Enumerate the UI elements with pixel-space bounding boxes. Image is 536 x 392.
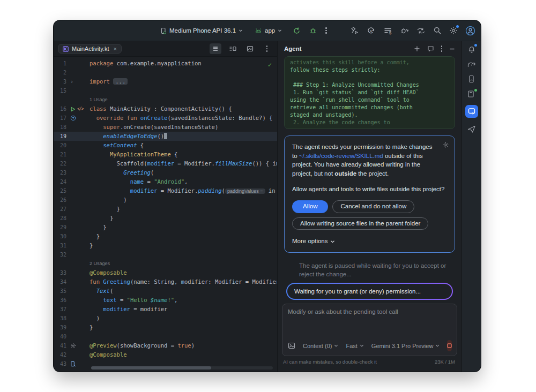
hide-panel-button[interactable] [449,46,455,52]
code-line[interactable]: 1package com.example.myapplication [54,59,277,68]
split-view-toggle[interactable] [227,43,239,54]
allow-button[interactable]: Allow [292,200,328,213]
tab-mainactivity[interactable]: MainActivity.kt × [58,44,122,54]
more-actions-button[interactable] [325,27,327,34]
prompt-composer[interactable]: Modify or ask about the pending tool cal… [282,304,457,356]
code-line[interactable]: 22 Scaffold(modifier = Modifier.fillMaxS… [54,159,277,168]
prompt-input[interactable]: Modify or ask about the pending tool cal… [288,308,451,315]
horizontal-scrollbar[interactable] [91,366,273,370]
code-editor[interactable]: 1package com.example.myapplication23›imp… [54,57,277,372]
debug-button[interactable] [309,27,317,34]
speed-mode-dropdown[interactable]: Fast [346,343,363,349]
kotlin-file-icon [63,46,69,52]
code-line[interactable]: 29 } [54,223,277,232]
profile-avatar-button[interactable] [465,26,475,36]
more-options-button[interactable]: More options [292,237,447,246]
device-mirroring-button[interactable] [416,26,426,35]
code-line[interactable]: 16</>class MainActivity : ComponentActiv… [54,104,277,114]
gradle-button[interactable] [467,61,476,68]
apply-changes-restart-button[interactable]: A [367,26,376,35]
compose-gutter-icon: </> [77,104,83,114]
code-line[interactable]: 36 text = "Hello $name!", [54,296,277,305]
run-preview-gutter-icon [70,361,76,367]
code-line[interactable]: 2 [54,68,277,77]
chat-history-button[interactable] [427,46,434,52]
more-options-label: More options [292,237,327,246]
permission-settings-icon[interactable] [442,141,449,148]
model-selector-dropdown[interactable]: Gemini 3.1 Pro Preview [371,343,440,349]
code-line[interactable]: 31} [54,241,277,250]
code-line[interactable]: 15 [54,86,277,95]
code-line[interactable]: 34fun Greeting(name: String, modifier: M… [54,277,277,287]
speed-label: Fast [346,343,357,349]
running-devices-button[interactable] [467,75,475,83]
code-line[interactable]: 40 [54,332,277,341]
tab-close-icon[interactable]: × [113,46,116,52]
code-line[interactable]: 27 } [54,205,277,214]
tab-title: MainActivity.kt [72,46,109,52]
apply-code-changes-button[interactable] [400,26,409,35]
code-line[interactable]: 3›import ... [54,77,277,86]
code-line[interactable]: 20 setContent { [54,141,277,150]
code-line[interactable]: 35 Text( [54,287,277,296]
search-everywhere-button[interactable] [433,26,442,35]
send-to-device-button[interactable] [467,125,476,133]
run-configuration-selector[interactable]: app [255,27,282,34]
run-config-label: app [265,27,275,34]
android-icon [255,27,262,34]
code-line[interactable]: 19 enableEdgeToEdge() [54,132,277,141]
code-line[interactable]: 21 MyApplicationTheme { [54,150,277,159]
attach-image-button[interactable] [288,342,295,349]
build-run-button[interactable] [350,26,359,35]
scrollbar-thumb[interactable] [91,366,211,370]
code-line[interactable]: 18 super.onCreate(savedInstanceState) [54,123,277,132]
device-online-dot [474,89,477,92]
code-line[interactable]: 30 } [54,232,277,241]
skill-file-link[interactable]: ~/.skills/code-review/SKILL.md [299,153,383,159]
usage-hint-row[interactable]: 2 Usages [54,259,277,268]
new-chat-button[interactable] [414,46,420,52]
settings-button[interactable] [449,26,458,35]
context-dropdown[interactable]: Context (0) [303,343,338,349]
code-line[interactable]: 32 [54,250,277,259]
code-line[interactable]: 42@Composable [54,350,277,359]
chevron-down-icon [435,344,440,348]
code-line[interactable]: 39} [54,323,277,332]
design-view-toggle[interactable] [244,43,256,54]
code-line[interactable]: 41@Preview(showBackground = true) [54,341,277,350]
device-selector-label: Medium Phone API 36.1 [169,27,236,34]
stop-generation-button[interactable] [447,340,452,351]
device-selector[interactable]: Medium Phone API 36.1 [160,27,243,34]
notifications-button[interactable] [467,45,476,54]
skill-instruction-line: ### Step 1: Analyze Uncommitted Changes [290,81,449,89]
editor-pane: MainActivity.kt × [54,41,278,372]
code-line[interactable]: 17 override fun onCreate(savedInstanceSt… [54,114,277,123]
running-tasks-list-button[interactable]: $ [383,26,392,35]
inspections-ok-icon[interactable]: ✓ [268,61,272,69]
device-manager-button[interactable] [467,90,476,98]
code-view-toggle[interactable] [210,43,221,54]
code-line[interactable]: 28 } [54,214,277,223]
agent-conversation[interactable]: activates this skill before a commit,fol… [278,56,461,304]
agent-paused-status: The agent is paused while waiting for yo… [299,261,448,278]
code-line[interactable]: 23 Greeting( [54,168,277,177]
agent-panel-header: Agent [278,41,461,56]
allow-parent-folder-button[interactable]: Allow writing source files in the parent… [292,217,428,230]
editor-options-button[interactable] [261,43,273,54]
code-line[interactable]: 38 ) [54,314,277,323]
gemini-agent-button[interactable] [465,105,478,118]
usage-hint-row[interactable]: 1 Usage [54,95,277,104]
code-line[interactable]: 26 ) [54,195,277,205]
rerun-button[interactable] [293,27,301,35]
kebab-icon [325,27,327,34]
code-line[interactable]: 37 modifier = modifier [54,305,277,314]
agent-options-button[interactable] [441,46,443,52]
code-line[interactable]: 24 name = "Android", [54,177,277,186]
caret [164,133,167,139]
cancel-do-not-allow-button[interactable]: Cancel and do not allow [332,200,414,213]
code-line[interactable]: 33@Composable [54,268,277,277]
run-gutter-icon [70,107,76,112]
code-line[interactable]: 25 modifier = Modifier.padding(paddingVa… [54,186,277,195]
ide-window: Medium Phone API 36.1 app [54,20,481,372]
kebab-icon [266,46,268,52]
